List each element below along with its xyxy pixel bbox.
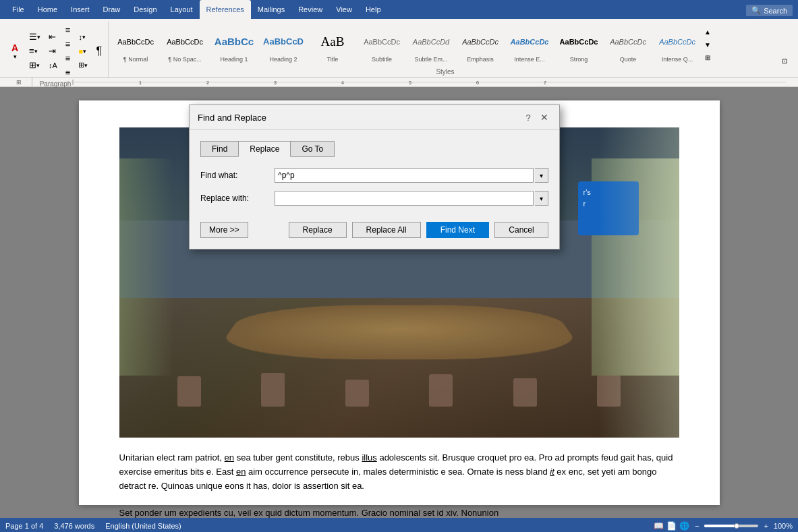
- more-button[interactable]: More >>: [200, 222, 248, 238]
- shading-button[interactable]: ■▾: [75, 45, 91, 58]
- style-quote[interactable]: AaBbCcDc Quote: [604, 26, 652, 65]
- dialog-close-button[interactable]: ✕: [538, 111, 551, 124]
- search-input[interactable]: 🔍 Search: [746, 5, 793, 16]
- style-heading2[interactable]: AaBbCcD Heading 2: [259, 26, 308, 65]
- style-emphasis[interactable]: AaBbCcDc Emphasis: [456, 26, 505, 65]
- align-right-button[interactable]: ≡: [62, 51, 74, 65]
- tab-design[interactable]: Design: [127, 0, 163, 19]
- styles-group-label: Styles: [111, 67, 779, 76]
- body-paragraph-2: Set ponder um expedients cu, veil ex qui…: [119, 506, 679, 518]
- ruler: ⊞ 1 2 3 4 5 6 7: [0, 78, 798, 87]
- font-color-button[interactable]: A ▾: [5, 34, 24, 69]
- svg-text:2: 2: [206, 80, 210, 86]
- find-what-dropdown[interactable]: ▾: [535, 168, 548, 183]
- status-bar: Page 1 of 4 3,476 words English (United …: [0, 518, 798, 532]
- zoom-in-button[interactable]: +: [761, 522, 770, 530]
- style-subtle-emphasis[interactable]: AaBbCcDd Subtle Em...: [407, 26, 455, 65]
- align-center-button[interactable]: ≡: [62, 37, 74, 51]
- tab-home[interactable]: Home: [31, 0, 64, 19]
- tab-review[interactable]: Review: [291, 0, 329, 19]
- tab-layout[interactable]: Layout: [164, 0, 200, 19]
- ribbon-group-styles: AaBbCcDc ¶ Normal AaBbCcDc ¶ No Spac... …: [109, 22, 782, 77]
- dialog-tab-goto[interactable]: Go To: [290, 141, 335, 157]
- window-light: [598, 127, 679, 438]
- ribbon-area: A ▾ ☰▾ ≡▾ ⊞▾ ⇤: [0, 19, 798, 78]
- view-web-button[interactable]: 🌐: [679, 521, 689, 531]
- cancel-button[interactable]: Cancel: [494, 222, 548, 238]
- tab-insert[interactable]: Insert: [64, 0, 96, 19]
- line-spacing-button[interactable]: ↕▾: [75, 30, 91, 44]
- dialog-tab-replace[interactable]: Replace: [238, 141, 291, 157]
- zoom-level: 100%: [774, 522, 793, 530]
- replace-with-input[interactable]: [275, 191, 534, 206]
- style-normal[interactable]: AaBbCcDc ¶ Normal: [111, 26, 160, 65]
- ribbon-tabs-bar: File Home Insert Draw Design Layout Refe…: [0, 0, 798, 19]
- pilcrow-button[interactable]: ¶: [92, 34, 105, 69]
- replace-button[interactable]: Replace: [289, 222, 347, 238]
- styles-scroll[interactable]: ▲ ▼ ⊞: [702, 26, 713, 65]
- dialog-tabs: Find Replace Go To: [200, 141, 548, 157]
- page-info: Page 1 of 4: [5, 522, 43, 530]
- ribbon-expand-button[interactable]: ⊡: [782, 22, 795, 77]
- find-what-label: Find what:: [200, 171, 275, 180]
- find-replace-dialog: Find and Replace ? ✕ Find Replace Go To …: [189, 105, 560, 249]
- style-no-spacing[interactable]: AaBbCcDc ¶ No Spac...: [161, 26, 209, 65]
- dialog-tab-find[interactable]: Find: [200, 141, 239, 157]
- view-read-button[interactable]: 📖: [654, 521, 664, 531]
- tab-references[interactable]: References: [200, 0, 251, 19]
- ruler-marks: 1 2 3 4 5 6 7: [39, 78, 786, 86]
- tab-mailings[interactable]: Mailings: [251, 0, 291, 19]
- svg-text:6: 6: [476, 80, 480, 86]
- language: English (United States): [105, 522, 181, 530]
- svg-text:3: 3: [274, 80, 277, 86]
- style-title[interactable]: AaB Title: [308, 26, 357, 65]
- dialog-body: Find Replace Go To Find what: ▾ Replace …: [190, 130, 559, 249]
- sort-button[interactable]: ↕A: [45, 59, 61, 72]
- find-what-input-group: ▾: [275, 168, 548, 183]
- find-next-button[interactable]: Find Next: [426, 222, 489, 238]
- search-icon: 🔍: [751, 6, 761, 15]
- replace-with-input-group: ▾: [275, 191, 548, 206]
- view-print-button[interactable]: 📄: [666, 521, 677, 531]
- svg-text:4: 4: [341, 80, 345, 86]
- zoom-out-button[interactable]: −: [692, 522, 702, 530]
- style-intense-emphasis[interactable]: AaBbCcDc Intense E...: [505, 26, 554, 65]
- multilevel-list-button[interactable]: ⊞▾: [26, 59, 44, 72]
- decrease-indent-button[interactable]: ⇤: [45, 30, 61, 44]
- align-left-button[interactable]: ≡: [62, 23, 74, 36]
- numbered-list-button[interactable]: ≡▾: [26, 45, 44, 58]
- zoom-slider[interactable]: [704, 525, 758, 527]
- word-count: 3,476 words: [54, 522, 94, 530]
- style-subtitle[interactable]: AaBbCcDc Subtitle: [358, 26, 406, 65]
- replace-all-button[interactable]: Replace All: [352, 222, 421, 238]
- style-strong[interactable]: AaBbCcDc Strong: [554, 26, 603, 65]
- border-button[interactable]: ⊞▾: [75, 59, 91, 72]
- svg-text:7: 7: [544, 80, 547, 86]
- body-paragraph-1: Unitarian elect ram patriot, en sea tube…: [119, 451, 679, 493]
- increase-indent-button[interactable]: ⇥: [45, 45, 61, 58]
- style-intense-quote[interactable]: AaBbCcDc Intense Q...: [653, 26, 702, 65]
- bullets-button[interactable]: ☰▾: [26, 30, 44, 44]
- style-heading1[interactable]: AaBbCc Heading 1: [210, 26, 258, 65]
- svg-text:1: 1: [139, 80, 142, 86]
- dialog-titlebar: Find and Replace ? ✕: [190, 105, 559, 130]
- justify-button[interactable]: ≡: [62, 65, 74, 79]
- replace-with-label: Replace with:: [200, 194, 275, 203]
- replace-with-field: Replace with: ▾: [200, 191, 548, 206]
- tab-view[interactable]: View: [329, 0, 359, 19]
- ribbon-group-clipboard: A ▾ ☰▾ ≡▾ ⊞▾ ⇤: [3, 22, 109, 77]
- find-what-field: Find what: ▾: [200, 168, 548, 183]
- tab-help[interactable]: Help: [359, 0, 388, 19]
- replace-with-dropdown[interactable]: ▾: [535, 191, 548, 206]
- tab-file[interactable]: File: [5, 0, 31, 19]
- dialog-buttons: More >> Replace Replace All Find Next Ca…: [200, 216, 548, 238]
- dialog-help-button[interactable]: ?: [521, 111, 535, 124]
- tab-draw[interactable]: Draw: [96, 0, 127, 19]
- svg-text:5: 5: [409, 80, 412, 86]
- dialog-controls: ? ✕: [521, 111, 551, 124]
- find-what-input[interactable]: [275, 168, 534, 183]
- dialog-title: Find and Replace: [198, 113, 266, 123]
